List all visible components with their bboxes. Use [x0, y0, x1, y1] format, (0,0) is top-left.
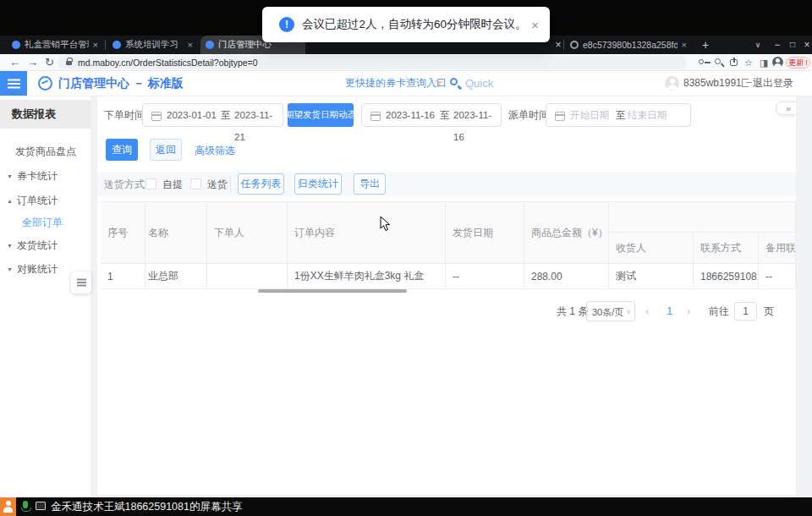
tab-close-icon[interactable]: × [93, 41, 98, 50]
logout-icon [742, 79, 749, 87]
reading-list-icon[interactable]: ◨ [760, 57, 768, 69]
address-bar[interactable]: md.maboy.cn/OrderStatisticsDetail?objtyp… [58, 56, 687, 69]
window-minimize-button[interactable]: − [771, 36, 784, 54]
page-size-select[interactable]: 30条/页 ∨ [586, 301, 635, 321]
current-page[interactable]: 1 [667, 301, 672, 321]
quick-card-entry-link[interactable]: 更快捷的券卡查询入口 [345, 71, 447, 96]
date-start: 2023-01-01 [167, 104, 217, 126]
col-header-contact: 联系方式 [694, 233, 759, 264]
prev-page-button[interactable]: ‹ [645, 301, 649, 321]
orders-table: 序号 名称 下单人 订单内容 发货日期 商品总金额（¥） 收货人 联系方式 备用… [101, 201, 796, 288]
end-placeholder: 结束日期 [628, 104, 667, 126]
col-header-amount: 商品总金额（¥） [524, 202, 609, 264]
row-cell-contact: 18662591081 [694, 264, 759, 289]
zoom-icon[interactable] [715, 58, 721, 64]
tab-close-icon[interactable]: × [682, 41, 687, 50]
col-header-index: 序号 [101, 202, 145, 264]
menu-toggle-button[interactable] [0, 71, 27, 96]
row-cell-receiver: 测试 [609, 264, 694, 289]
person-icon[interactable] [0, 497, 16, 516]
col-header-name: 名称 [145, 202, 207, 264]
url-text[interactable]: md.maboy.cn/OrderStatisticsDetail?objtyp… [78, 56, 258, 69]
forward-icon[interactable]: → [27, 54, 38, 71]
order-time-range-input[interactable]: 2023-01-01 至 2023-11-21 [142, 103, 283, 127]
expected-ship-range-input[interactable]: 2023-11-16 至 2023-11-16 [361, 103, 502, 127]
row-cell-orderer [207, 264, 288, 289]
date-end: 2023-11-16 [453, 104, 501, 126]
key-icon[interactable] [699, 59, 704, 64]
update-badge: ! [805, 58, 808, 67]
chevron-up-icon: ▲ [7, 190, 17, 212]
hamburger-icon [8, 83, 20, 85]
order-time-label: 下单时间 [104, 103, 145, 127]
expected-ship-date-button[interactable]: 期望发货日期动态 [288, 103, 354, 127]
date-start: 2023-11-16 [386, 104, 435, 126]
query-button[interactable]: 查询 [106, 139, 138, 161]
microphone-icon[interactable] [23, 501, 28, 508]
quick-label[interactable]: Quick [465, 71, 493, 96]
expand-filters-button[interactable]: » [776, 102, 796, 115]
col-header-content: 订单内容 [288, 202, 446, 264]
browser-tab-gift-platform[interactable]: 礼盒营销平台管理中心 × [7, 36, 103, 54]
browser-tab-training[interactable]: 系统培训学习 × [107, 36, 198, 54]
toast-close-icon[interactable]: × [531, 18, 539, 32]
col-group-header-receiver-info [609, 202, 796, 233]
dispatch-time-label: 派单时间 [508, 103, 549, 127]
range-separator: 至 [440, 104, 450, 126]
back-icon[interactable]: ← [9, 54, 20, 71]
task-list-button[interactable]: 任务列表 [238, 173, 284, 195]
pickup-checkbox[interactable] [145, 178, 156, 189]
window-maximize-button[interactable]: □ [786, 36, 799, 54]
chevron-down-icon: ▼ [7, 259, 17, 281]
reload-icon[interactable]: ↻ [45, 54, 54, 71]
horizontal-scrollbar[interactable] [258, 289, 407, 293]
col-header-receiver: 收货人 [609, 233, 694, 264]
classify-stats-button[interactable]: 归类统计 [294, 173, 342, 195]
pickup-label: 自提 [162, 173, 183, 196]
update-label: 更新 [788, 58, 804, 69]
lock-icon [66, 61, 72, 65]
col-header-orderer: 下单人 [207, 202, 288, 264]
row-cell-index: 1 [101, 264, 145, 289]
advanced-filter-link[interactable]: 高级筛选 [195, 144, 235, 158]
app-title: 门店管理中心 － 标准版 [58, 71, 184, 96]
sidebar-item-order-stats[interactable]: ▲订单统计 [0, 189, 91, 211]
browser-update-button[interactable]: 更新 ! [786, 57, 810, 69]
calendar-icon [151, 112, 162, 121]
bookmark-star-icon[interactable]: ☆ [744, 57, 753, 69]
delivery-checkbox[interactable] [190, 178, 201, 189]
profile-avatar-icon[interactable] [772, 57, 783, 68]
start-placeholder: 开始日期 [570, 104, 609, 126]
quick-search-icon[interactable] [450, 78, 458, 85]
pointing-finger-icon: ☞ [434, 71, 444, 96]
sidebar-collapse-handle[interactable] [71, 272, 91, 294]
tab-search-chevron-icon[interactable]: ∨ [751, 36, 765, 54]
new-tab-button[interactable]: + [699, 36, 712, 54]
sidebar-item-coupon-stats[interactable]: ▼券卡统计 [0, 165, 91, 187]
col-header-ship-date: 发货日期 [446, 202, 524, 264]
range-separator: 至 [221, 104, 231, 126]
mouse-cursor [380, 216, 391, 232]
delivery-method-band [97, 172, 796, 196]
sidebar-item-shipment-inventory[interactable]: 发货商品盘点 [0, 140, 91, 162]
chevron-down-icon: ▼ [7, 235, 17, 257]
col-header-backup-contact: 备用联系方式 [759, 233, 796, 264]
goto-page-input[interactable] [734, 302, 757, 321]
globe-favicon [570, 41, 579, 49]
sidebar-item-shipping-stats[interactable]: ▼发货统计 [0, 234, 91, 256]
back-button[interactable]: 返回 [150, 139, 182, 161]
sidebar-item-all-orders-active[interactable]: 全部订单 [0, 211, 91, 233]
tab-favicon [206, 41, 214, 49]
tab-close-icon[interactable]: × [188, 41, 193, 50]
tab-separator [563, 40, 564, 50]
logout-button[interactable]: 退出登录 [753, 71, 793, 96]
window-close-button[interactable]: × [800, 36, 812, 54]
dispatch-time-range-input[interactable]: 开始日期 至 结束日期 [546, 103, 691, 127]
share-icon[interactable] [730, 59, 738, 66]
browser-tab-hash[interactable]: e8c573980b1328a258fd2e6f8 × [565, 36, 692, 54]
app-logo-icon [38, 76, 52, 91]
chevron-down-icon: ∨ [626, 302, 631, 322]
export-button[interactable]: 导出 [354, 173, 386, 195]
calendar-icon [370, 112, 381, 121]
next-page-button[interactable]: › [687, 301, 690, 321]
